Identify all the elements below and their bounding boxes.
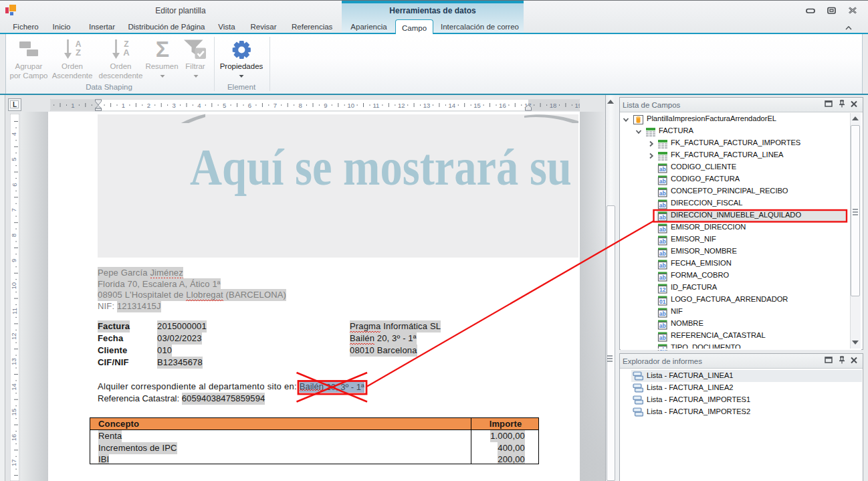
svg-text:6: 6: [248, 102, 251, 109]
svg-text:7: 7: [11, 208, 18, 211]
svg-text:ab: ab: [659, 190, 666, 197]
svg-text:ab: ab: [659, 262, 666, 269]
svg-text:4: 4: [11, 132, 18, 136]
svg-text:19: 19: [575, 102, 580, 109]
svg-text:3: 3: [172, 102, 175, 109]
svg-text:11: 11: [11, 308, 18, 314]
svg-text:ab: ab: [659, 250, 666, 257]
svg-text:12: 12: [659, 286, 666, 293]
svg-text:10: 10: [347, 102, 354, 109]
svg-text:10: 10: [11, 282, 18, 290]
svg-text:15: 15: [473, 102, 481, 109]
svg-text:ab: ab: [659, 178, 666, 185]
svg-text:8: 8: [11, 233, 18, 237]
svg-text:ab: ab: [659, 166, 666, 173]
svg-text:13: 13: [11, 358, 18, 365]
svg-text:14: 14: [449, 102, 456, 109]
svg-text:12: 12: [398, 102, 405, 109]
svg-text:2: 2: [147, 102, 150, 109]
svg-text:ab: ab: [659, 238, 666, 245]
svg-text:14: 14: [11, 383, 18, 391]
svg-text:4: 4: [197, 102, 201, 109]
svg-text:ab: ab: [659, 334, 666, 341]
svg-text:16: 16: [11, 434, 18, 442]
svg-text:18: 18: [550, 102, 557, 109]
svg-text:13: 13: [423, 102, 431, 109]
svg-text:Z: Z: [76, 47, 81, 58]
svg-text:ab: ab: [659, 214, 666, 221]
svg-text:16: 16: [499, 102, 506, 109]
svg-text:ab: ab: [659, 202, 666, 209]
svg-text:5: 5: [223, 102, 226, 109]
svg-text:8: 8: [298, 102, 302, 109]
svg-text:1: 1: [71, 102, 74, 109]
svg-text:1: 1: [122, 102, 125, 109]
svg-text:5: 5: [11, 158, 18, 161]
svg-text:ab: ab: [659, 322, 666, 329]
svg-text:A: A: [123, 47, 130, 58]
svg-text:15: 15: [11, 409, 18, 416]
svg-text:ab: ab: [659, 226, 666, 233]
svg-text:17: 17: [11, 459, 18, 466]
svg-text:9: 9: [324, 102, 327, 109]
svg-text:12: 12: [11, 333, 18, 341]
svg-text:11: 11: [372, 102, 379, 109]
svg-text:ab: ab: [659, 310, 666, 317]
svg-text:ab: ab: [659, 274, 666, 281]
svg-text:9: 9: [11, 259, 18, 262]
svg-text:6: 6: [11, 183, 18, 186]
svg-text:7: 7: [274, 102, 277, 109]
svg-text:01: 01: [659, 298, 666, 305]
